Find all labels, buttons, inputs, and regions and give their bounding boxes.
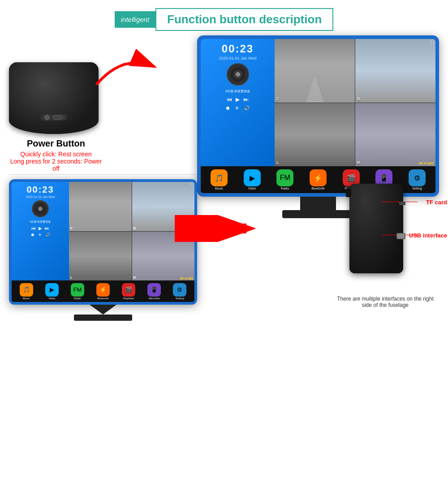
monitor-screen-bottom: 00:23 2020-01-01 Jan Wed 0外露·再度重相逢 ⏮ ▶ ⏭… [12, 182, 194, 302]
app-mirrorlink-label-bottom: Mirrorlink [149, 297, 160, 300]
arrow-top-icon [83, 49, 164, 94]
music-time-bottom: 00:23 [26, 185, 54, 195]
tf-card-slot [399, 202, 405, 205]
app-setting-label-bottom: Setting [176, 297, 184, 300]
prev-icon[interactable]: ⏮ [227, 96, 232, 103]
top-section: Power Button Quickly click: Rest screen … [0, 35, 448, 172]
play-icon-bottom[interactable]: ▶ [39, 226, 42, 231]
app-mirrorlink-bottom[interactable]: 📱 Mirrorlink [146, 283, 162, 300]
header-intelligent-badge: intelligent [115, 11, 155, 28]
music-date-bottom: 2020-01-01 Jan Wed [26, 195, 55, 198]
app-video-label-bottom: Video [48, 297, 55, 300]
screen-bottom-bar-bottom: 🎵 Music ▶ Video FM Radio ⚡ Bluetooth [12, 280, 194, 302]
app-music-label-bottom: Music [23, 297, 30, 300]
record-icon-bottom[interactable]: ⏺ [30, 233, 34, 237]
screen2-top-area: 00:23 2020-01-01 Jan Wed 0外露·再度重相逢 ⏮ ▶ ⏭… [12, 182, 194, 280]
volume-icon[interactable]: 🔊 [244, 105, 250, 111]
app-radio-label-bottom: Radio [74, 297, 81, 300]
camera-right-top: R 4K H.265 [355, 103, 435, 167]
power-button-title: Power Button [9, 138, 103, 149]
brightness-icon[interactable]: ☀ [235, 105, 239, 111]
monitor-stand-bottom [67, 305, 139, 321]
brightness-icon-bottom[interactable]: ☀ [38, 233, 42, 237]
cam-fullscreen-bottom[interactable]: ⛶ [190, 183, 194, 186]
cam-label-left-top: L [276, 160, 279, 165]
app-bluetooth-btn-bottom[interactable]: ⚡ [96, 283, 110, 297]
app-mirrorlink-btn-bottom[interactable]: 📱 [147, 283, 161, 297]
side-device-body [349, 184, 403, 273]
cam-label-left-bottom: L [70, 276, 73, 280]
app-video-bottom[interactable]: ▶ Video [44, 283, 60, 300]
camera-left-top: L [275, 103, 355, 167]
screen-top-area: 00:23 2020-01-01 Jan Wed 0外露·再度重相逢 ⏮ ▶ ⏭… [201, 39, 435, 166]
music-time-top: 00:23 [222, 43, 254, 55]
side-caption: There are multiple interfaces on the rig… [332, 296, 439, 308]
power-desc-2: Long press for 2 seconds: Power off [9, 158, 103, 172]
cam-label-front-bottom: F [70, 226, 73, 230]
music-song-top: 0外露·再度重相逢 [225, 89, 250, 94]
camera-left-bottom: L [69, 232, 132, 281]
record-icon[interactable]: ⏺ [225, 105, 230, 111]
app-bluetooth-label-bottom: Bluetooth [97, 297, 108, 300]
app-music-bottom[interactable]: 🎵 Music [19, 283, 34, 300]
app-radio-bottom[interactable]: FM Radio [70, 283, 85, 300]
cam-label-right-bottom: R [134, 276, 136, 280]
side-device-section: TF card USB interface There are multiple… [332, 184, 439, 308]
music-controls-top[interactable]: ⏮ ▶ ⏭ [227, 96, 249, 103]
camera-grid-top: F B ⛶ L R 4K H.265 [275, 39, 435, 166]
power-button-detail [40, 114, 67, 121]
next-icon[interactable]: ⏭ [243, 96, 249, 103]
tf-card-label: TF card [426, 199, 447, 206]
header-title: Function button description [155, 8, 333, 31]
app-setting-bottom[interactable]: ⚙ Setting [172, 283, 187, 300]
cam-quality-top: 4K H.265 [418, 161, 434, 165]
monitor-body-top: 00:23 2020-01-01 Jan Wed 0外露·再度重相逢 ⏮ ▶ ⏭… [197, 35, 439, 197]
camera-front-top: F [275, 39, 355, 103]
header-section: intelligent Function button description [0, 8, 448, 31]
app-playback-label-bottom: Playback [123, 297, 134, 300]
power-label-section: Power Button Quickly click: Rest screen … [9, 138, 103, 172]
music-date-top: 2020-01-01 Jan Wed [219, 56, 257, 60]
camera-back-top: B ⛶ [355, 39, 435, 103]
cam-label-right-top: R [357, 160, 360, 165]
stand-base-bottom [74, 314, 132, 321]
cam-label-back-bottom: B [134, 226, 136, 230]
volume-icon-bottom[interactable]: 🔊 [45, 233, 50, 237]
music-disc-top [227, 63, 249, 86]
power-button-oval [52, 115, 63, 120]
music-panel-bottom: 00:23 2020-01-01 Jan Wed 0外露·再度重相逢 ⏮ ▶ ⏭… [12, 182, 69, 280]
play-icon[interactable]: ▶ [236, 96, 240, 103]
bottom-section: 00:23 2020-01-01 Jan Wed 0外露·再度重相逢 ⏮ ▶ ⏭… [0, 179, 448, 321]
app-video-btn-bottom[interactable]: ▶ [45, 283, 59, 297]
power-desc-1: Quickly click: Rest screen [9, 151, 103, 158]
music-settings-bottom[interactable]: ⏺ ☀ 🔊 [30, 233, 50, 237]
app-bluetooth-bottom[interactable]: ⚡ Bluetooth [95, 283, 111, 300]
prev-icon-bottom[interactable]: ⏮ [31, 226, 36, 231]
music-settings-top[interactable]: ⏺ ☀ 🔊 [225, 105, 250, 111]
app-playback-btn-bottom[interactable]: 🎬 [122, 283, 135, 297]
usb-label: USB interface [409, 232, 447, 239]
music-panel-top: 00:23 2020-01-01 Jan Wed 0外露·再度重相逢 ⏮ ▶ ⏭… [201, 39, 275, 166]
app-music-btn-bottom[interactable]: 🎵 [20, 283, 33, 297]
power-button-circle [44, 115, 50, 120]
cam-fullscreen-top[interactable]: ⛶ [431, 40, 434, 44]
cam-quality-bottom: 4K H.265 [180, 277, 193, 280]
cam-label-front-top: F [276, 97, 279, 101]
monitor-body-bottom: 00:23 2020-01-01 Jan Wed 0外露·再度重相逢 ⏮ ▶ ⏭… [9, 179, 197, 305]
music-song-bottom: 0外露·再度重相逢 [30, 220, 51, 224]
cam-label-back-top: B [357, 97, 360, 101]
next-icon-bottom[interactable]: ⏭ [45, 226, 49, 231]
stand-neck-bottom [90, 305, 116, 314]
app-radio-btn-bottom[interactable]: FM [71, 283, 84, 297]
music-controls-bottom[interactable]: ⏮ ▶ ⏭ [31, 226, 49, 231]
monitor-bottom: 00:23 2020-01-01 Jan Wed 0外露·再度重相逢 ⏮ ▶ ⏭… [9, 179, 197, 321]
camera-front-bottom: F [69, 182, 132, 231]
monitor-screen-top: 00:23 2020-01-01 Jan Wed 0外露·再度重相逢 ⏮ ▶ ⏭… [201, 39, 435, 193]
usb-slot [396, 233, 405, 239]
arrow-bottom-icon [175, 215, 255, 242]
app-playback-bottom[interactable]: 🎬 Playback [121, 283, 136, 300]
app-setting-btn-bottom[interactable]: ⚙ [173, 283, 186, 297]
music-disc-bottom [32, 200, 49, 217]
